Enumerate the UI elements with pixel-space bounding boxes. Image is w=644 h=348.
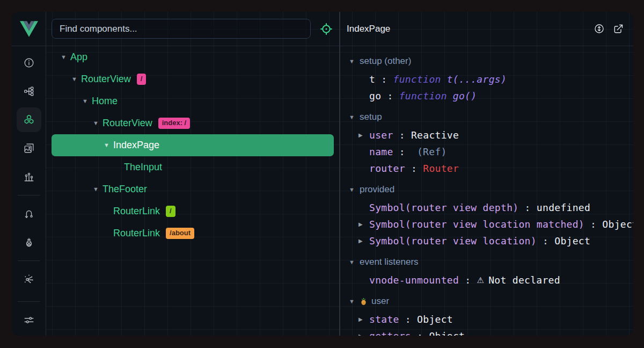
scroll-to-component-icon[interactable] <box>594 23 605 34</box>
router-icon[interactable] <box>17 201 41 226</box>
tree-node-label: TheFooter <box>103 184 147 195</box>
section-provided: provided Symbol(router view depth) : und… <box>340 180 633 249</box>
entry-key: vnode-unmounted <box>369 274 459 286</box>
chevron-right-icon[interactable] <box>358 334 369 336</box>
vue-devtools-app: App RouterView / Home RouterView index: … <box>12 12 633 336</box>
state-entry-name[interactable]: name : (Ref) <box>340 143 633 160</box>
entry-separator: : <box>399 314 417 325</box>
section-header[interactable]: event listeners <box>340 252 633 272</box>
pages-tree-icon[interactable] <box>17 79 41 104</box>
tree-node-routerlink-about[interactable]: RouterLink /about <box>52 222 334 244</box>
entry-value: Object <box>429 330 465 336</box>
timeline-icon[interactable] <box>17 164 41 189</box>
inspect-target-icon[interactable] <box>319 22 333 36</box>
inspector-body: setup (other) t : function t(...args) go… <box>340 46 633 336</box>
tree-node-routerview-index[interactable]: RouterView index: / <box>52 112 334 134</box>
chevron-right-icon[interactable] <box>358 238 369 244</box>
entry-key: Symbol(router view location) <box>369 235 537 247</box>
state-entry-state[interactable]: state : Object <box>340 311 633 328</box>
pinia-icon[interactable] <box>17 230 41 255</box>
entry-separator: : <box>411 330 429 336</box>
components-icon[interactable] <box>17 107 41 132</box>
inspector-title: IndexPage <box>347 24 594 34</box>
vue-logo <box>12 12 46 46</box>
section-header[interactable]: user <box>340 292 633 311</box>
tree-node-label: TheInput <box>124 162 162 173</box>
search-input[interactable] <box>52 19 311 39</box>
section-setup: setup user : Reactive name : (Ref) <box>340 107 633 177</box>
graph-icon[interactable] <box>17 267 41 292</box>
section-header[interactable]: setup <box>340 107 633 127</box>
entry-separator: : <box>518 202 536 213</box>
chevron-down-icon <box>349 259 360 265</box>
entry-separator: : <box>459 274 477 286</box>
inspector-panel: IndexPage <box>340 12 633 336</box>
chevron-down-icon <box>349 187 360 193</box>
entry-separator: : <box>405 163 423 174</box>
tree-node-thefooter[interactable]: TheFooter <box>52 178 334 200</box>
tree-node-routerview[interactable]: RouterView / <box>52 68 334 90</box>
chevron-down-icon[interactable] <box>82 98 92 104</box>
section-title: setup (other) <box>360 56 411 67</box>
chevron-down-icon[interactable] <box>93 186 103 192</box>
entry-key: Symbol(router view depth) <box>369 202 518 213</box>
state-entry-router[interactable]: router : Router <box>340 160 633 177</box>
state-entry-user[interactable]: user : Reactive <box>340 127 633 143</box>
sidebar-divider <box>18 260 40 261</box>
chevron-right-icon[interactable] <box>358 222 369 227</box>
entry-key: go <box>369 90 381 102</box>
state-entry-router-view-depth[interactable]: Symbol(router view depth) : undefined <box>340 199 633 216</box>
entry-separator: : <box>393 129 411 141</box>
entry-key: state <box>369 314 399 325</box>
entry-value: Object <box>602 219 633 230</box>
route-badge: / <box>137 74 147 84</box>
info-icon[interactable] <box>17 50 41 75</box>
chevron-down-icon[interactable] <box>61 54 70 60</box>
sidebar-nav <box>12 46 46 336</box>
pinia-pineapple-icon <box>360 297 368 306</box>
state-entry-t[interactable]: t : function t(...args) <box>340 71 633 88</box>
chevron-down-icon[interactable] <box>104 142 113 148</box>
inspector-header: IndexPage <box>340 12 633 46</box>
state-entry-router-view-location-matched[interactable]: Symbol(router view location matched) : O… <box>340 216 633 233</box>
state-entry-router-view-location[interactable]: Symbol(router view location) : Object <box>340 233 633 249</box>
route-badge: index: / <box>158 118 191 128</box>
tree-node-routerlink-home[interactable]: RouterLink / <box>52 200 334 222</box>
entry-value-keyword: function <box>399 90 447 102</box>
section-title: event listeners <box>360 257 419 267</box>
tree-node-indexpage[interactable]: IndexPage <box>52 134 334 156</box>
tree-node-label: IndexPage <box>113 140 159 151</box>
settings-icon[interactable] <box>17 308 41 336</box>
section-pinia-user: user state : Object getters : Object <box>340 292 633 336</box>
route-badge: /about <box>166 228 194 238</box>
section-header[interactable]: setup (other) <box>340 52 633 71</box>
tree-node-home[interactable]: Home <box>52 90 334 112</box>
assets-icon[interactable] <box>17 136 41 161</box>
section-title: setup <box>360 112 382 122</box>
entry-value: Object <box>417 314 453 325</box>
tree-node-app[interactable]: App <box>52 46 334 68</box>
chevron-right-icon[interactable] <box>358 133 369 138</box>
component-tree: App RouterView / Home RouterView index: … <box>46 46 339 336</box>
entry-value: Reactive <box>411 129 459 141</box>
entry-value: Router <box>423 163 459 174</box>
chevron-down-icon[interactable] <box>71 76 81 82</box>
tree-node-label: RouterLink <box>113 206 160 217</box>
tree-node-label: RouterLink <box>113 228 160 239</box>
devtools-window: App RouterView / Home RouterView index: … <box>0 0 644 348</box>
state-entry-vnode-unmounted[interactable]: vnode-unmounted : ⚠ Not declared <box>340 272 633 288</box>
sidebar <box>12 12 46 336</box>
entry-key: router <box>369 163 405 174</box>
sidebar-divider <box>18 195 40 195</box>
tree-node-theinput[interactable]: TheInput <box>52 156 334 178</box>
open-in-editor-icon[interactable] <box>613 24 624 34</box>
entry-value: t(...args) <box>447 74 507 85</box>
state-entry-go[interactable]: go : function go() <box>340 88 633 104</box>
entry-value: go() <box>453 90 477 102</box>
chevron-down-icon[interactable] <box>93 120 103 126</box>
state-entry-getters[interactable]: getters : Object <box>340 328 633 336</box>
section-header[interactable]: provided <box>340 180 633 199</box>
entry-key: getters <box>369 330 411 336</box>
chevron-right-icon[interactable] <box>358 317 369 322</box>
tree-node-label: App <box>70 52 87 63</box>
